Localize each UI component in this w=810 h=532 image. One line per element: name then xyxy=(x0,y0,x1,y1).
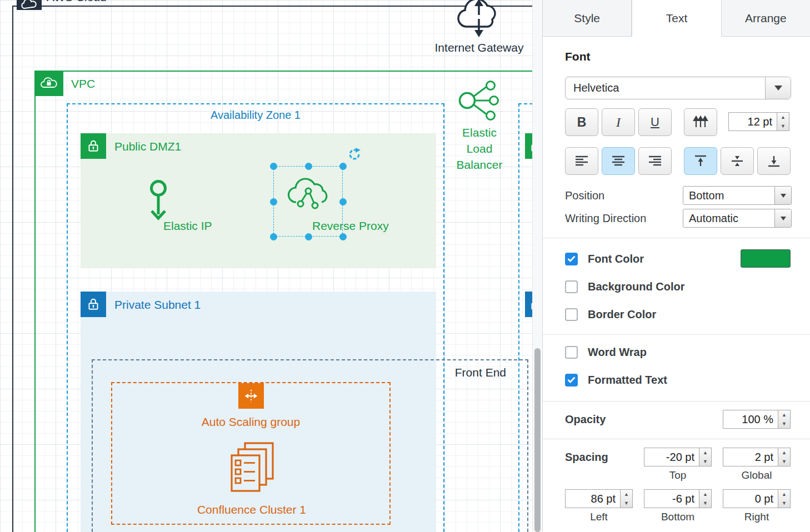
selection-handle-sw[interactable] xyxy=(270,233,277,240)
opacity-stepper[interactable]: ▲ ▼ xyxy=(778,410,791,429)
stepper-up-icon[interactable]: ▲ xyxy=(778,410,790,419)
font-family-dropdown[interactable]: Helvetica xyxy=(565,77,791,99)
vertical-text-button[interactable] xyxy=(684,108,717,136)
aws-cloud-icon[interactable] xyxy=(17,0,42,10)
spacing-right-input[interactable]: 0 pt xyxy=(723,489,778,508)
spacing-top-stepper[interactable]: ▲ ▼ xyxy=(699,448,712,466)
vpc-label[interactable]: VPC xyxy=(71,77,95,91)
confluence-cluster-label[interactable]: Confluence Cluster 1 xyxy=(183,503,320,516)
italic-button[interactable]: I xyxy=(602,108,635,136)
check-icon xyxy=(567,255,576,262)
rotate-handle-icon[interactable] xyxy=(348,148,361,163)
spacing-left-stepper[interactable]: ▲ ▼ xyxy=(621,489,633,508)
spacing-left-input[interactable]: 86 pt xyxy=(565,489,621,508)
canvas-scrollbar[interactable] xyxy=(532,0,542,532)
divider xyxy=(543,401,810,401)
selection-handle-e[interactable] xyxy=(339,198,347,205)
formatted-text-label: Formatted Text xyxy=(588,374,667,387)
valign-top-button[interactable] xyxy=(684,147,717,175)
word-wrap-label: Word Wrap xyxy=(588,346,647,359)
writing-direction-dropdown-button[interactable] xyxy=(774,209,791,227)
auto-scaling-icon[interactable] xyxy=(238,383,264,409)
vpc-icon[interactable] xyxy=(34,71,63,96)
stepper-up-icon[interactable]: ▲ xyxy=(621,490,632,499)
tab-style[interactable]: Style xyxy=(543,0,632,37)
opacity-input[interactable]: 100 % xyxy=(723,410,778,429)
valign-middle-button[interactable] xyxy=(721,147,754,175)
stepper-down-icon[interactable]: ▼ xyxy=(778,419,790,428)
border-color-label: Border Color xyxy=(588,308,656,321)
underline-button[interactable]: U xyxy=(638,108,672,136)
formatted-text-checkbox[interactable] xyxy=(565,374,578,387)
spacing-left-sublabel: Left xyxy=(565,511,633,523)
selection-handle-ne[interactable] xyxy=(339,163,347,170)
stepper-down-icon[interactable]: ▼ xyxy=(778,457,790,466)
private-subnet-1-label[interactable]: Private Subnet 1 xyxy=(114,298,201,312)
check-icon xyxy=(567,377,576,383)
stepper-up-icon[interactable]: ▲ xyxy=(699,448,711,457)
spacing-top-input[interactable]: -20 pt xyxy=(644,448,699,466)
reverse-proxy-label[interactable]: Reverse Proxy xyxy=(312,219,389,233)
stepper-down-icon[interactable]: ▼ xyxy=(777,122,789,131)
elb-label-line2: Load xyxy=(443,140,516,157)
stepper-up-icon[interactable]: ▲ xyxy=(778,448,790,457)
spacing-right-stepper[interactable]: ▲ ▼ xyxy=(778,489,791,508)
selection-handle-n[interactable] xyxy=(305,163,312,170)
availability-zone-1-label[interactable]: Availability Zone 1 xyxy=(68,109,443,122)
spacing-global-input[interactable]: 2 pt xyxy=(723,448,778,466)
reverse-proxy-icon[interactable] xyxy=(284,171,333,219)
font-family-dropdown-button[interactable] xyxy=(765,77,791,99)
divider xyxy=(543,439,810,439)
aws-cloud-label[interactable]: AWS Cloud xyxy=(47,0,107,4)
stepper-down-icon[interactable]: ▼ xyxy=(699,457,711,466)
spacing-bottom-sublabel: Bottom xyxy=(644,511,712,523)
font-color-swatch[interactable] xyxy=(741,249,791,268)
stepper-up-icon[interactable]: ▲ xyxy=(777,113,789,122)
public-dmz1-subnet[interactable]: Public DMZ1 xyxy=(81,133,436,268)
confluence-cluster-icon[interactable] xyxy=(227,442,276,498)
valign-top-icon xyxy=(693,154,708,168)
position-dropdown-button[interactable] xyxy=(774,187,791,204)
stepper-up-icon[interactable]: ▲ xyxy=(699,490,711,499)
background-color-checkbox[interactable] xyxy=(565,280,578,293)
stepper-down-icon[interactable]: ▼ xyxy=(699,499,711,508)
tab-text[interactable]: Text xyxy=(632,0,721,37)
selection-handle-nw[interactable] xyxy=(270,163,277,170)
align-right-button[interactable] xyxy=(638,147,672,175)
selection-handle-se[interactable] xyxy=(339,233,347,240)
tab-arrange[interactable]: Arrange xyxy=(722,0,810,37)
word-wrap-checkbox[interactable] xyxy=(565,346,578,359)
internet-gateway-icon[interactable] xyxy=(453,0,505,40)
elastic-ip-label[interactable]: Elastic IP xyxy=(163,219,212,233)
align-left-button[interactable] xyxy=(565,147,598,175)
elb-label-line1: Elastic xyxy=(443,124,516,140)
elastic-load-balancer-label[interactable]: Elastic Load Balancer xyxy=(443,124,516,173)
front-end-label[interactable]: Front End xyxy=(455,366,506,379)
border-color-checkbox[interactable] xyxy=(565,308,578,321)
chevron-down-icon xyxy=(781,194,786,198)
stepper-up-icon[interactable]: ▲ xyxy=(778,490,790,499)
elastic-load-balancer-icon[interactable] xyxy=(457,79,502,124)
selection-handle-s[interactable] xyxy=(305,233,312,240)
spacing-global-stepper[interactable]: ▲ ▼ xyxy=(778,448,791,466)
public-dmz1-label[interactable]: Public DMZ1 xyxy=(114,140,181,153)
diagram-canvas[interactable]: AWS Cloud Internet Gateway VPC Availabil… xyxy=(0,0,542,532)
selection-handle-w[interactable] xyxy=(270,198,277,205)
valign-bottom-button[interactable] xyxy=(757,147,791,175)
align-center-button[interactable] xyxy=(602,147,635,175)
bold-button[interactable]: B xyxy=(565,108,598,136)
internet-gateway-label[interactable]: Internet Gateway xyxy=(419,41,539,54)
spacing-bottom-stepper[interactable]: ▲ ▼ xyxy=(699,489,712,508)
font-size-input[interactable]: 12 pt xyxy=(728,112,777,131)
font-size-stepper[interactable]: ▲ ▼ xyxy=(777,112,789,131)
public-subnet-lock-icon[interactable] xyxy=(81,133,106,159)
stepper-down-icon[interactable]: ▼ xyxy=(621,499,632,508)
scrollbar-thumb[interactable] xyxy=(534,348,541,532)
position-dropdown[interactable]: Bottom xyxy=(683,186,792,205)
writing-direction-dropdown[interactable]: Automatic xyxy=(683,209,792,228)
private-subnet-lock-icon[interactable] xyxy=(81,292,106,317)
stepper-down-icon[interactable]: ▼ xyxy=(778,499,790,508)
auto-scaling-group-label[interactable]: Auto Scaling group xyxy=(112,415,389,429)
spacing-bottom-input[interactable]: -6 pt xyxy=(644,489,699,508)
font-color-checkbox[interactable] xyxy=(565,253,578,265)
